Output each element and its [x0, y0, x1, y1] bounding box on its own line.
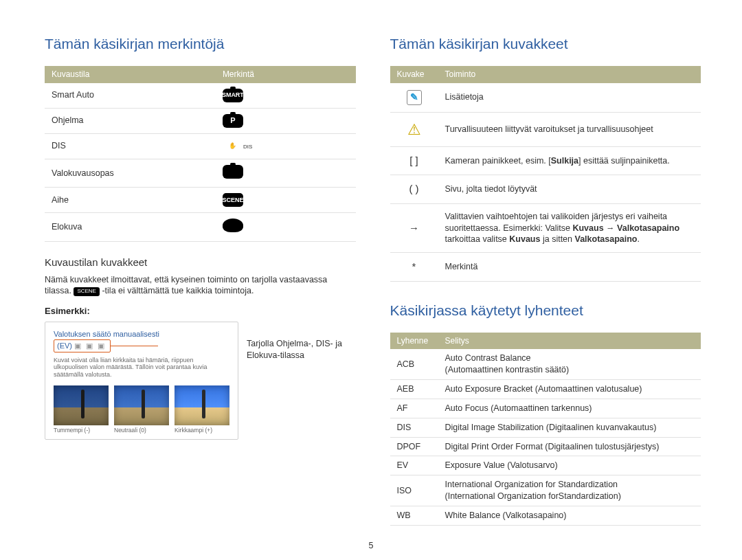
photoguide-cam-icon	[223, 165, 243, 179]
abbr-text: Digital Print Order Format (Digitaalinen…	[438, 437, 701, 456]
abbr: ACB	[390, 349, 438, 379]
th-function: Toiminto	[438, 66, 701, 82]
example-callout: Tarjolla Ohjelma-, DIS- ja Elokuva-tilas…	[247, 322, 356, 361]
th-mode: Kuvaustila	[45, 66, 216, 82]
paren-icon: ( )	[390, 175, 438, 203]
mode-label: DIS	[45, 133, 216, 159]
abbr-text: Auto Exposure Bracket (Automaattinen val…	[438, 379, 701, 399]
movie-cam-icon	[223, 219, 243, 232]
heading-markings: Tämän käsikirjan merkintöjä	[45, 34, 356, 54]
thumb-neutral: Neutraali (0)	[114, 385, 169, 434]
smart-auto-cam-icon: SMART	[223, 89, 243, 102]
scene-clapper-icon: SCENE	[223, 193, 243, 207]
arrow-icon: →	[390, 203, 438, 253]
heading-abbr: Käsikirjassa käytetyt lyhenteet	[390, 301, 701, 320]
th-abbr: Lyhenne	[390, 333, 438, 349]
subheading-mode-icons: Kuvaustilan kuvakkeet	[45, 256, 356, 269]
abbr-text: International Organization for Standardi…	[438, 475, 701, 506]
ev-title: Valotuksen säätö manuaalisesti	[54, 329, 229, 339]
page-number: 5	[0, 540, 742, 552]
abbr-text: Auto Focus (Automaattinen tarkennus)	[438, 399, 701, 418]
abbr: DIS	[390, 418, 438, 437]
func-text: Turvallisuuteen liittyvät varoitukset ja…	[438, 112, 701, 147]
abbr-text: Auto Contrast Balance(Automaattinen kont…	[438, 349, 701, 379]
abbr-text: Exposure Value (Valotusarvo)	[438, 456, 701, 475]
mode-label: Valokuvausopas	[45, 159, 216, 188]
abbr-text: White Balance (Valkotasapaino)	[438, 506, 701, 526]
right-column: Tämän käsikirjan kuvakkeet Kuvake Toimin…	[390, 34, 701, 526]
mode-label: Smart Auto	[45, 83, 216, 109]
example-panel: Valotuksen säätö manuaalisesti (EV) ▣ ▣ …	[45, 322, 238, 440]
abbr: ISO	[390, 475, 438, 506]
func-text: Merkintä	[438, 253, 701, 281]
example-label: Esimerkki:	[45, 305, 356, 317]
abbr: AF	[390, 399, 438, 418]
note-icon: ✎	[407, 90, 422, 105]
abbreviations-table: Lyhenne Selitys ACBAuto Contrast Balance…	[390, 333, 701, 526]
thumb-darker: Tummempi (-)	[54, 385, 109, 434]
func-text: Valittavien vaihtoehtojen tai valikoiden…	[438, 203, 701, 253]
th-explain: Selitys	[438, 333, 701, 349]
abbr: DPOF	[390, 437, 438, 456]
abbr: AEB	[390, 379, 438, 399]
asterisk-icon: *	[390, 253, 438, 281]
abbr-text: Digital Image Stabilization (Digitaaline…	[438, 418, 701, 437]
mode-label: Ohjelma	[45, 108, 216, 133]
mode-label: Aihe	[45, 188, 216, 213]
shooting-mode-table: Kuvaustila Merkintä Smart AutoSMART Ohje…	[45, 66, 356, 242]
ev-mode-badge: (EV) ▣ ▣ ▣	[54, 339, 111, 352]
brackets-icon: [ ]	[390, 147, 438, 175]
th-mark: Merkintä	[216, 66, 356, 82]
warning-icon: ⚠	[407, 121, 421, 138]
thumb-brighter: Kirkkaampi (+)	[175, 385, 229, 434]
mini-mode-icons: ▣ ▣ ▣	[74, 341, 106, 350]
program-cam-icon: P	[223, 114, 243, 128]
mode-icons-paragraph: Nämä kuvakkeet ilmoittavat, että kyseine…	[45, 274, 356, 298]
func-text: Kameran painikkeet, esim. [Sulkija] esit…	[438, 147, 701, 175]
abbr: EV	[390, 456, 438, 475]
th-icon: Kuvake	[390, 66, 438, 82]
left-column: Tämän käsikirjan merkintöjä Kuvaustila M…	[45, 34, 356, 526]
func-text: Sivu, jolta tiedot löytyvät	[438, 175, 701, 203]
ev-note: Kuvat voivat olla liian kirkkaita tai hä…	[54, 357, 229, 379]
heading-icons: Tämän käsikirjan kuvakkeet	[390, 34, 701, 54]
abbr: WB	[390, 506, 438, 526]
scene-chip-icon: SCENE	[74, 287, 100, 296]
func-text: Lisätietoja	[438, 83, 701, 113]
mode-label: Elokuva	[45, 213, 216, 242]
manual-icons-table: Kuvake Toiminto ✎Lisätietoja ⚠Turvallisu…	[390, 66, 701, 281]
dis-hand-icon: ✋	[223, 139, 243, 153]
